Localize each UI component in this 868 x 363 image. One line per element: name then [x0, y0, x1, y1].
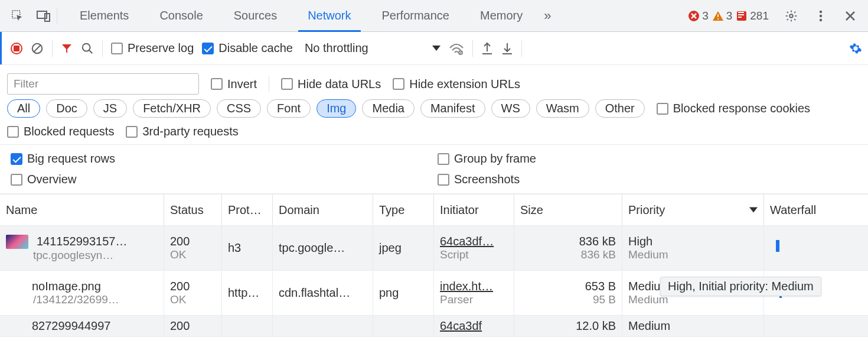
- throttling-value: No throttling: [305, 41, 368, 55]
- cell-type: jpeg: [373, 226, 434, 270]
- device-toggle-icon[interactable]: [31, 0, 57, 32]
- filter-input[interactable]: Filter: [7, 73, 199, 95]
- checkbox-icon: [11, 174, 22, 186]
- close-devtools-icon[interactable]: [837, 0, 863, 32]
- col-header-waterfall[interactable]: Waterfall: [764, 195, 868, 225]
- overview-label: Overview: [27, 173, 76, 186]
- pill-media[interactable]: Media: [362, 99, 414, 118]
- preserve-log-checkbox[interactable]: Preserve log: [111, 41, 194, 55]
- pill-css[interactable]: CSS: [217, 99, 261, 118]
- checkbox-icon: [393, 78, 404, 90]
- separator: [269, 76, 269, 92]
- cell-waterfall: [764, 316, 868, 336]
- download-har-icon[interactable]: [501, 42, 513, 55]
- settings-gear-icon[interactable]: [778, 0, 804, 32]
- pill-font[interactable]: Font: [267, 99, 311, 118]
- table-row[interactable]: 827299944997 200 64ca3df 12.0 kB Medium: [0, 316, 868, 337]
- disable-cache-checkbox[interactable]: Disable cache: [202, 41, 293, 55]
- hide-data-label: Hide data URLs: [298, 77, 381, 91]
- col-header-size[interactable]: Size: [514, 195, 622, 225]
- network-conditions-icon[interactable]: [449, 42, 464, 55]
- col-header-initiator[interactable]: Initiator: [434, 195, 514, 225]
- warnings-badge[interactable]: 3: [712, 9, 733, 22]
- group-by-frame-checkbox[interactable]: Group by frame: [438, 152, 857, 166]
- tab-network[interactable]: Network: [292, 0, 366, 31]
- checkbox-icon: [211, 78, 223, 90]
- upload-har-icon[interactable]: [481, 42, 493, 55]
- screenshots-label: Screenshots: [454, 173, 520, 186]
- checkbox-icon: [657, 103, 668, 115]
- filter-placeholder: Filter: [14, 77, 38, 90]
- col-header-protocol[interactable]: Prot…: [222, 195, 273, 225]
- pill-all[interactable]: All: [7, 99, 40, 118]
- tab-elements[interactable]: Elements: [64, 0, 144, 31]
- network-toolbar: Preserve log Disable cache No throttling: [0, 32, 868, 65]
- network-view-options: Big request rows Overview Group by frame…: [0, 145, 868, 194]
- blocked-requests-checkbox[interactable]: Blocked requests: [7, 125, 114, 138]
- cell-initiator: index.ht…Parser: [434, 271, 514, 315]
- checkbox-icon: [438, 174, 449, 186]
- col-header-domain[interactable]: Domain: [273, 195, 373, 225]
- pill-manifest[interactable]: Manifest: [420, 99, 485, 118]
- errors-badge[interactable]: 3: [688, 9, 709, 22]
- overview-checkbox[interactable]: Overview: [11, 173, 430, 186]
- disable-cache-label: Disable cache: [218, 41, 293, 55]
- tab-sources[interactable]: Sources: [218, 0, 292, 31]
- col-header-priority[interactable]: Priority: [622, 195, 764, 225]
- cell-domain: tpc.google…: [273, 226, 373, 270]
- blocked-response-cookies-checkbox[interactable]: Blocked response cookies: [657, 102, 810, 115]
- search-icon[interactable]: [81, 42, 94, 55]
- pill-other[interactable]: Other: [595, 99, 645, 118]
- cell-status: 200: [164, 316, 222, 336]
- clear-button[interactable]: [31, 42, 44, 55]
- cell-name: 141152993157… tpc.googlesyn…: [0, 226, 164, 270]
- violations-badge[interactable]: 281: [736, 9, 769, 22]
- cell-protocol: http…: [222, 271, 273, 315]
- throttling-select[interactable]: No throttling: [305, 41, 440, 55]
- kebab-menu-icon[interactable]: [808, 0, 834, 32]
- col-header-name[interactable]: Name: [0, 195, 164, 225]
- errors-count: 3: [702, 9, 709, 22]
- separator: [57, 8, 57, 24]
- svg-point-10: [820, 18, 822, 21]
- checkbox-icon: [7, 126, 19, 138]
- chevron-down-icon: [432, 46, 440, 51]
- big-request-rows-checkbox[interactable]: Big request rows: [11, 152, 430, 166]
- hide-extension-urls-checkbox[interactable]: Hide extension URLs: [393, 77, 520, 91]
- separator: [52, 40, 53, 57]
- checkbox-icon: [111, 43, 123, 54]
- invert-checkbox[interactable]: Invert: [211, 77, 257, 91]
- checkbox-icon: [281, 78, 293, 90]
- more-tabs-icon[interactable]: »: [538, 0, 557, 31]
- pill-doc[interactable]: Doc: [46, 99, 87, 118]
- col-header-type[interactable]: Type: [373, 195, 434, 225]
- priority-tooltip: High, Initial priority: Medium: [660, 277, 821, 296]
- cell-size: 836 kB836 kB: [514, 226, 622, 270]
- pill-ws[interactable]: WS: [491, 99, 530, 118]
- third-party-checkbox[interactable]: 3rd-party requests: [126, 125, 238, 138]
- hide-data-urls-checkbox[interactable]: Hide data URLs: [281, 77, 381, 91]
- inspect-element-icon[interactable]: [5, 0, 31, 32]
- col-header-status[interactable]: Status: [164, 195, 222, 225]
- filter-funnel-icon[interactable]: [61, 43, 73, 54]
- pill-img[interactable]: Img: [316, 99, 356, 118]
- cell-status: 200OK: [164, 226, 222, 270]
- pill-js[interactable]: JS: [93, 99, 127, 118]
- svg-point-9: [820, 14, 822, 17]
- cell-initiator: 64ca3df: [434, 316, 514, 336]
- cell-protocol: [222, 316, 273, 336]
- network-settings-gear-icon[interactable]: [849, 42, 862, 55]
- network-table-header: Name Status Prot… Domain Type Initiator …: [0, 194, 868, 226]
- tab-performance[interactable]: Performance: [367, 0, 465, 31]
- group-by-frame-label: Group by frame: [454, 152, 536, 166]
- cell-initiator: 64ca3df…Script: [434, 226, 514, 270]
- tab-memory[interactable]: Memory: [465, 0, 538, 31]
- tab-console[interactable]: Console: [144, 0, 218, 31]
- checkbox-icon: [126, 126, 138, 138]
- record-button[interactable]: [11, 43, 22, 54]
- screenshots-checkbox[interactable]: Screenshots: [438, 173, 857, 186]
- pill-wasm[interactable]: Wasm: [536, 99, 589, 118]
- table-row[interactable]: 141152993157… tpc.googlesyn… 200OK h3 tp…: [0, 226, 868, 271]
- svg-rect-4: [717, 14, 719, 17]
- pill-fetch-xhr[interactable]: Fetch/XHR: [133, 99, 211, 118]
